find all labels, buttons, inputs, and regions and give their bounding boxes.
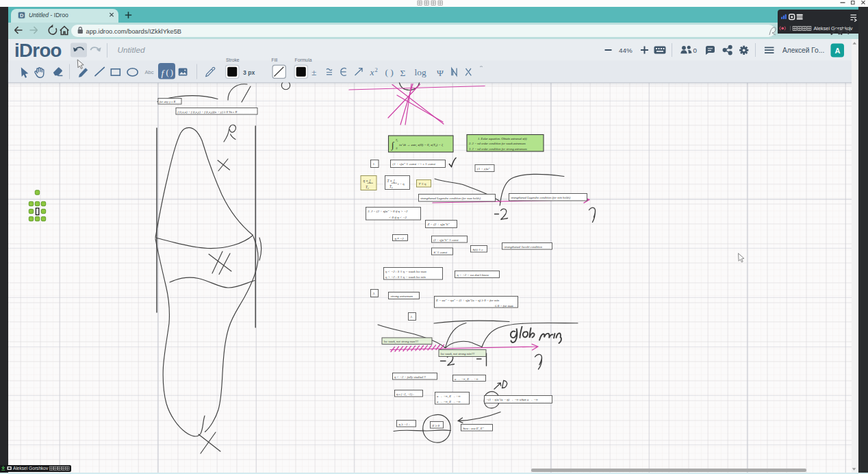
svg-text:< 0 if η < −2: < 0 if η < −2 xyxy=(389,216,407,219)
svg-text:0: 0 xyxy=(396,147,398,150)
svg-text:app.idroo.com/boards/IZkklYke5: app.idroo.com/boards/IZkklYke5B xyxy=(86,28,182,35)
svg-text:x: x xyxy=(370,67,374,77)
svg-text:T = ξ: T = ξ xyxy=(387,179,396,184)
svg-text:D: D xyxy=(20,12,24,18)
svg-text:T ≡ η: T ≡ η xyxy=(419,182,427,186)
svg-text:A: A xyxy=(835,47,841,55)
svg-text:2. J = (2 + η)u'' > 0 if η >: 2. J = (2 + η)u'' > 0 if η > −2 xyxy=(368,210,408,213)
svg-text:2. 2 − nd order condition for: 2. 2 − nd order condition for weak extre… xyxy=(469,142,526,145)
svg-text:Untitled - IDroo: Untitled - IDroo xyxy=(29,12,68,18)
svg-text:T₀: T₀ xyxy=(366,185,369,189)
svg-text:iDroo: iDroo xyxy=(14,40,62,61)
svg-text:Formula: Formula xyxy=(295,58,312,62)
svg-text:T₀: T₀ xyxy=(390,184,393,188)
svg-text:(: ( xyxy=(166,68,169,77)
svg-text:(1 + s)u'' ≡ const => s ≡ co: (1 + s)u'' ≡ const => s ≡ const xyxy=(393,162,436,166)
svg-text:t = η: t = η xyxy=(398,182,405,186)
svg-text:E = uu'' − ηu'' = (1 + η)u''(u: E = uu'' − ηu'' = (1 + η)u''(u − η) ≥ 0 … xyxy=(435,299,500,302)
svg-text:1. Euler equation. Obtain extr: 1. Euler equation. Obtain extremal x(t) xyxy=(478,137,527,140)
svg-text:strengthened Jacobi condition: strengthened Jacobi condition xyxy=(505,245,543,249)
svg-text:( ): ( ) xyxy=(385,67,394,77)
svg-text:Σ: Σ xyxy=(400,68,406,78)
svg-text:E ≥ 0: E ≥ 0 xyxy=(432,424,440,427)
svg-text:η ≥ −1 :: η ≥ −1 : xyxy=(399,423,411,426)
svg-text:Untitled: Untitled xyxy=(118,45,145,55)
svg-text:strengthened Legendre conditio: strengthened Legendre condition (for min… xyxy=(511,196,571,199)
svg-text:η = ξ: η = ξ xyxy=(363,179,372,184)
svg-text:1.: 1. xyxy=(373,162,376,166)
svg-text:strengthened Legendre conditio: strengthened Legendre condition (for max… xyxy=(420,197,481,200)
svg-text:h' ≡ const: h' ≡ const xyxy=(434,251,448,254)
svg-text:for any y ε R: for any y ε R xyxy=(159,100,175,103)
svg-text:η < −2 − fully studied !!: η < −2 − fully studied !! xyxy=(394,375,426,379)
svg-text:log: log xyxy=(415,67,427,77)
svg-text:3. 2 − nd order condition for: 3. 2 − nd order condition for strong ext… xyxy=(469,147,528,151)
svg-text:Ψ: Ψ xyxy=(437,68,444,78)
svg-text:Abc: Abc xyxy=(145,69,154,75)
svg-text:η > −2 : S ≡ η − weak loc: η > −2 : S ≡ η − weak loc min xyxy=(385,275,426,279)
svg-text:−(1 + η)u''(u − η) → −∞ when u: −(1 + η)u''(u − η) → −∞ when u → −∞ xyxy=(486,398,538,401)
svg-text:1.: 1. xyxy=(411,315,413,319)
svg-text:strong extremum: strong extremum xyxy=(391,295,413,298)
svg-text:): ) xyxy=(170,68,173,77)
svg-text:3.: 3. xyxy=(373,292,376,295)
svg-text:2: 2 xyxy=(375,66,378,73)
svg-text:±: ± xyxy=(311,67,316,77)
svg-text:Алексей Го...: Алексей Го... xyxy=(782,47,824,54)
svg-text:Fill: Fill xyxy=(272,58,278,62)
svg-text:(2 + η)u''h'' ≡ const: (2 + η)u''h'' ≡ const xyxy=(433,238,459,242)
svg-text:h(t) ≡ c: h(t) ≡ c xyxy=(473,248,484,251)
svg-text:≤ 0 − for max: ≤ 0 − for max xyxy=(495,304,514,308)
svg-text:η ≠ −2: η ≠ −2 xyxy=(395,237,405,240)
svg-text:Z = (2 + η)u''h'': Z = (2 + η)u''h'' xyxy=(428,223,450,226)
svg-text:η = −2 − we don't know: η = −2 − we don't know xyxy=(457,273,489,277)
svg-text:3 px: 3 px xyxy=(243,69,255,76)
svg-text:(1 + y)u'': (1 + y)u'' xyxy=(477,167,490,171)
svg-text:0: 0 xyxy=(693,47,698,54)
svg-text:Aleksei Gorshkov: Aleksei Gorshkov xyxy=(13,466,49,471)
svg-text:Stroke: Stroke xyxy=(226,58,240,62)
svg-text:η < −2 : S ≡ η − weak loc: η < −2 : S ≡ η − weak loc max xyxy=(385,270,427,273)
svg-text:44%: 44% xyxy=(619,47,633,54)
